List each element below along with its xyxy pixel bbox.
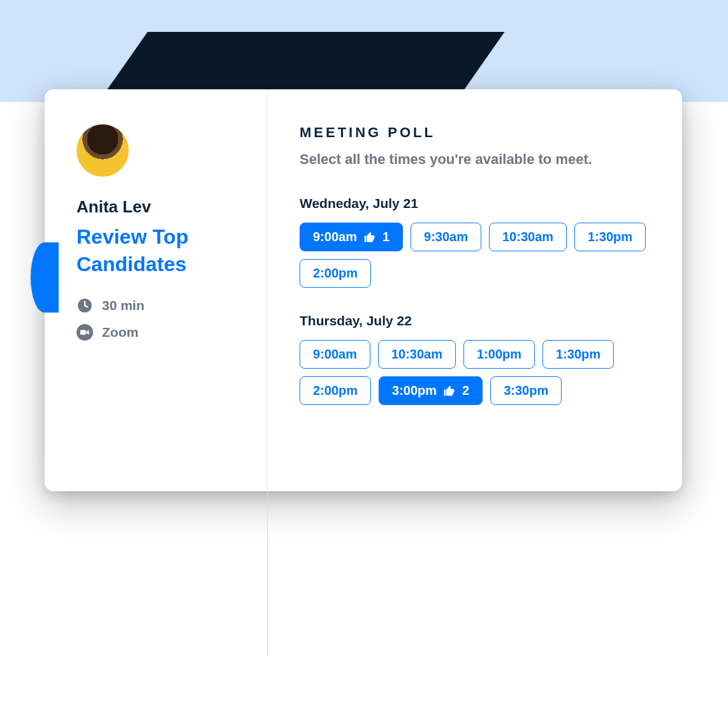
time-slot[interactable]: 2:00pm (300, 376, 371, 405)
slot-row: 9:00am19:30am10:30am1:30pm2:00pm (300, 223, 650, 288)
thumbs-up-icon (363, 231, 376, 244)
sidebar: Anita Lev Review Top Candidates 30 min Z… (45, 89, 268, 491)
duration-row: 30 min (76, 297, 267, 314)
avatar (76, 124, 129, 177)
left-accent (31, 242, 59, 313)
host-name: Anita Lev (76, 197, 267, 217)
slot-time: 1:30pm (556, 347, 601, 362)
slot-time: 2:00pm (313, 383, 358, 398)
divider-stalk (267, 491, 268, 657)
background-shape (107, 32, 504, 89)
slot-row: 9:00am10:30am1:00pm1:30pm2:00pm3:00pm23:… (300, 340, 650, 405)
time-slot[interactable]: 9:00am1 (300, 223, 403, 251)
duration-label: 30 min (102, 298, 145, 313)
vote-count: 1 (382, 230, 389, 244)
slot-time: 2:00pm (313, 266, 358, 281)
time-slot[interactable]: 9:30am (411, 223, 481, 251)
time-slot[interactable]: 1:30pm (542, 340, 614, 369)
poll-card: Anita Lev Review Top Candidates 30 min Z… (45, 89, 682, 491)
time-slot[interactable]: 10:30am (489, 223, 567, 251)
poll-subtitle: Select all the times you're available to… (300, 151, 650, 168)
slot-time: 9:30am (424, 230, 468, 244)
slot-time: 1:30pm (588, 230, 632, 244)
poll-main: MEETING POLL Select all the times you're… (268, 89, 682, 491)
day-label: Thursday, July 22 (300, 313, 650, 329)
time-slot[interactable]: 9:00am (300, 340, 370, 369)
time-slot[interactable]: 1:00pm (463, 340, 535, 369)
svg-rect-2 (80, 330, 86, 336)
location-row: Zoom (76, 324, 267, 341)
poll-title: MEETING POLL (300, 124, 650, 141)
vote-count: 2 (462, 383, 469, 398)
slot-time: 3:00pm (392, 383, 437, 398)
slot-time: 9:00am (313, 347, 357, 362)
slot-time: 10:30am (391, 347, 442, 362)
meeting-title: Review Top Candidates (76, 223, 267, 278)
clock-icon (76, 297, 93, 314)
slot-time: 1:00pm (477, 347, 521, 362)
time-slot[interactable]: 3:00pm2 (379, 376, 483, 405)
time-slot[interactable]: 3:30pm (490, 376, 562, 405)
time-slot[interactable]: 10:30am (378, 340, 456, 369)
slot-time: 10:30am (502, 230, 553, 244)
location-label: Zoom (102, 325, 138, 340)
time-slot[interactable]: 1:30pm (574, 223, 646, 251)
thumbs-up-icon (443, 385, 456, 397)
slot-time: 9:00am (313, 230, 357, 244)
slot-time: 3:30pm (504, 383, 548, 398)
day-label: Wedneday, July 21 (300, 196, 650, 211)
video-icon (76, 324, 93, 341)
time-slot[interactable]: 2:00pm (300, 259, 371, 288)
